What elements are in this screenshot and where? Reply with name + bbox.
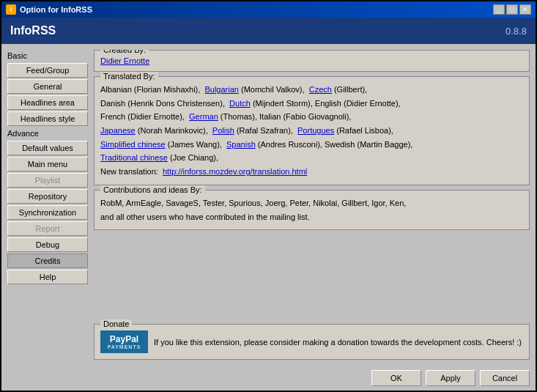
translated-by-content: Albanian (Florian Mishaxhi), Bulgarian (… [100,83,523,179]
translated-by-legend: Translated By: [100,72,158,81]
translation-line-6: Traditional chinese (Joe Chiang), [100,151,523,165]
paypal-logo: PayPal PAYMENTS [100,330,148,353]
translation-line-4: Japanese (Norah Marinkovic), Polish (Raf… [100,124,523,138]
app-version: 0.8.8 [505,26,527,37]
content-area: Basic Feed/Group General Headlines area … [1,44,536,366]
paypal-label: PayPal [106,334,142,344]
playlist-btn: Playlist [7,173,88,188]
portugues-link[interactable]: Portugues [297,126,334,135]
translation-line-3: French (Didier Ernotte), German (Thomas)… [100,110,523,124]
created-by-content: Didier Ernotte [100,56,523,65]
simplified-chinese-link[interactable]: Simplified chinese [100,140,166,149]
paypal-sublabel: PAYMENTS [106,344,142,350]
app-icon: i [6,4,16,15]
report-btn: Report [7,221,88,236]
contributions-line-2: and all other users who have contributed… [100,210,523,224]
help-btn[interactable]: Help [7,270,88,284]
sidebar: Basic Feed/Group General Headlines area … [7,50,88,360]
donate-group: Donate PayPal PAYMENTS If you like this … [94,324,530,360]
german-link[interactable]: German [189,112,218,121]
header-bar: InfoRSS 0.8.8 [1,18,536,44]
minimize-button[interactable]: _ [493,4,505,15]
donate-inner: PayPal PAYMENTS If you like this extensi… [100,330,523,353]
title-bar-left: i Option for InfoRSS [6,4,92,15]
translation-line-1: Albanian (Florian Mishaxhi), Bulgarian (… [100,83,523,97]
title-bar: i Option for InfoRSS _ □ ✕ [1,1,536,18]
translated-by-group: Translated By: Albanian (Florian Mishaxh… [94,76,530,185]
translation-line-2: Danish (Henrik Dons Christensen), Dutch … [100,97,523,111]
maximize-button[interactable]: □ [506,4,518,15]
credits-btn[interactable]: Credits [7,254,88,268]
created-by-group: Created By: Didier Ernotte [94,50,530,72]
main-window: i Option for InfoRSS _ □ ✕ InfoRSS 0.8.8… [0,0,537,392]
ok-button[interactable]: OK [371,370,421,386]
synchronization-btn[interactable]: Synchronization [7,205,88,220]
japanese-link[interactable]: Japanese [100,126,136,135]
footer: OK Apply Cancel [1,366,536,391]
repository-btn[interactable]: Repository [7,189,88,204]
close-button[interactable]: ✕ [519,4,531,15]
created-by-legend: Created By: [100,50,149,54]
contributions-line-1: RobM, ArmEagle, SavageS, Tester, Spuriou… [100,196,523,210]
dutch-link[interactable]: Dutch [229,99,251,108]
spanish-link[interactable]: Spanish [226,140,256,149]
traditional-chinese-link[interactable]: Traditional chinese [100,153,168,162]
donate-text: If you like this extension, please consi… [154,338,522,347]
contributions-legend: Contributions and ideas By: [100,185,205,194]
headlines-style-btn[interactable]: Headlines style [7,111,88,126]
bulgarian-link[interactable]: Bulgarian [204,85,238,94]
headlines-area-btn[interactable]: Headlines area [7,95,88,110]
translation-url-link[interactable]: http://inforss.mozdev.org/translation.ht… [163,167,307,176]
translation-line-5: Simplified chinese (James Wang), Spanish… [100,138,523,152]
czech-link[interactable]: Czech [309,85,332,94]
contributions-group: Contributions and ideas By: RobM, ArmEag… [94,190,530,230]
translation-line-7: New translation: http://inforss.mozdev.o… [100,165,523,179]
polish-link[interactable]: Polish [212,126,234,135]
window-title: Option for InfoRSS [20,5,92,14]
cancel-button[interactable]: Cancel [480,370,530,386]
title-bar-buttons: _ □ ✕ [493,4,531,15]
basic-section-label: Basic [7,51,88,60]
contributions-content: RobM, ArmEagle, SavageS, Tester, Spuriou… [100,196,523,223]
feed-group-btn[interactable]: Feed/Group [7,63,88,78]
app-title: InfoRSS [10,24,56,37]
spacer [94,234,530,319]
main-panel: Created By: Didier Ernotte Translated By… [94,50,530,360]
default-values-btn[interactable]: Default values [7,141,88,155]
general-btn[interactable]: General [7,79,88,94]
advance-section-label: Advance [7,129,88,138]
debug-btn[interactable]: Debug [7,237,88,252]
author-link[interactable]: Didier Ernotte [100,56,149,65]
apply-button[interactable]: Apply [426,370,475,386]
main-menu-btn[interactable]: Main menu [7,157,88,171]
donate-legend: Donate [100,319,132,328]
